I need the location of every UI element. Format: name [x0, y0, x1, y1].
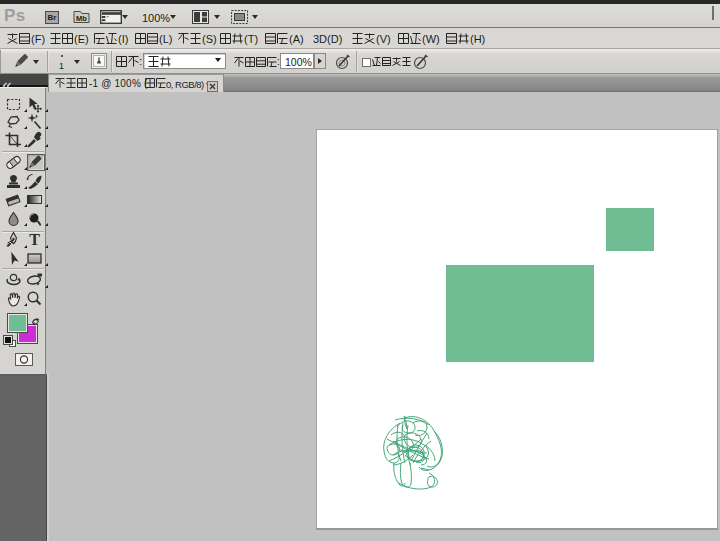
svg-text:T: T — [29, 231, 40, 248]
svg-text:Mb: Mb — [76, 14, 87, 23]
